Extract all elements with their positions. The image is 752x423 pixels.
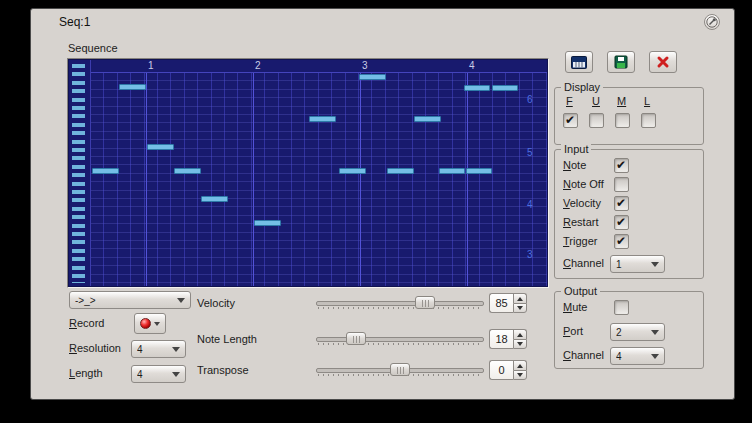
input-restart-checkbox[interactable] bbox=[614, 215, 629, 230]
note[interactable] bbox=[387, 168, 414, 174]
input-channel-combo[interactable]: 1 bbox=[610, 255, 665, 273]
input-trigger-label: Trigger bbox=[563, 235, 597, 247]
record-led-icon bbox=[140, 318, 151, 329]
input-channel-label: Channel bbox=[563, 257, 604, 269]
note[interactable] bbox=[92, 168, 119, 174]
loop-mode-combo[interactable]: ->_> bbox=[69, 291, 191, 309]
note[interactable] bbox=[414, 116, 441, 122]
window-title: Seq:1 bbox=[59, 15, 90, 29]
detach-button[interactable] bbox=[704, 14, 720, 30]
input-channel-value: 1 bbox=[616, 259, 647, 270]
delete-button[interactable] bbox=[649, 51, 677, 73]
note[interactable] bbox=[492, 85, 518, 91]
spin-up-button[interactable] bbox=[513, 360, 527, 370]
input-note-off-checkbox[interactable] bbox=[614, 177, 629, 192]
output-channel-label: Channel bbox=[563, 349, 604, 361]
note[interactable] bbox=[119, 84, 146, 90]
keyboard-icon bbox=[571, 56, 587, 69]
output-group: Output Mute Port 2 Channel 4 bbox=[554, 291, 704, 369]
chevron-down-icon bbox=[651, 330, 659, 335]
note[interactable] bbox=[147, 144, 174, 150]
display-group-title: Display bbox=[561, 81, 603, 93]
note[interactable] bbox=[309, 116, 336, 122]
velocity-value: 85 bbox=[489, 293, 513, 313]
note-length-value: 18 bbox=[489, 329, 513, 349]
input-group: Input Note Note Off Velocity Restart Tri… bbox=[554, 149, 704, 279]
note[interactable] bbox=[174, 168, 201, 174]
input-trigger-checkbox[interactable] bbox=[614, 234, 629, 249]
store-button[interactable] bbox=[607, 51, 635, 73]
piano-roll-frame: 1 2 3 4 6 5 4 3 bbox=[67, 58, 549, 288]
input-note-label: Note bbox=[563, 159, 586, 171]
note-length-slider-handle[interactable] bbox=[346, 332, 366, 345]
velocity-spinbox[interactable]: 85 bbox=[489, 293, 527, 313]
save-icon bbox=[614, 55, 628, 69]
transpose-value: 0 bbox=[489, 360, 513, 380]
spin-down-button[interactable] bbox=[513, 370, 527, 381]
input-velocity-checkbox[interactable] bbox=[614, 196, 629, 211]
loop-mode-value: ->_> bbox=[75, 295, 173, 306]
velocity-slider-handle[interactable] bbox=[415, 296, 435, 309]
display-m-checkbox[interactable] bbox=[615, 113, 630, 128]
velocity-label: Velocity bbox=[197, 297, 235, 309]
resolution-combo[interactable]: 4 bbox=[131, 340, 186, 358]
input-note-off-label: Note Off bbox=[563, 178, 604, 190]
output-channel-combo[interactable]: 4 bbox=[610, 347, 665, 365]
notes-layer bbox=[69, 60, 547, 286]
resolution-value: 4 bbox=[137, 344, 168, 355]
spin-down-button[interactable] bbox=[513, 303, 527, 314]
spin-up-button[interactable] bbox=[513, 329, 527, 339]
delete-x-icon bbox=[656, 55, 670, 69]
pin-icon bbox=[705, 15, 719, 29]
seq-window: Seq:1 Sequence 1 2 3 4 bbox=[30, 8, 735, 400]
note[interactable] bbox=[201, 196, 228, 202]
chevron-down-icon bbox=[651, 262, 659, 267]
note[interactable] bbox=[466, 168, 492, 174]
transpose-slider-handle[interactable] bbox=[390, 363, 410, 376]
note[interactable] bbox=[464, 85, 490, 91]
record-button[interactable] bbox=[134, 313, 166, 334]
titlebar: Seq:1 bbox=[31, 9, 734, 35]
spin-up-button[interactable] bbox=[513, 293, 527, 303]
note[interactable] bbox=[359, 74, 386, 80]
record-label: Record bbox=[69, 317, 104, 329]
display-group: Display F U M L bbox=[554, 87, 704, 145]
spin-down-button[interactable] bbox=[513, 339, 527, 350]
chevron-down-icon bbox=[154, 322, 160, 326]
display-col-label: U bbox=[592, 95, 600, 107]
length-combo[interactable]: 4 bbox=[131, 365, 186, 383]
keyboard-button[interactable] bbox=[565, 51, 593, 73]
piano-roll: 1 2 3 4 6 5 4 3 bbox=[68, 59, 548, 287]
input-velocity-label: Velocity bbox=[563, 197, 601, 209]
output-mute-checkbox[interactable] bbox=[614, 300, 629, 315]
note-length-spinbox[interactable]: 18 bbox=[489, 329, 527, 349]
output-mute-label: Mute bbox=[563, 301, 587, 313]
display-col-label: L bbox=[644, 95, 650, 107]
sequence-section-label: Sequence bbox=[68, 42, 118, 54]
output-group-title: Output bbox=[561, 285, 600, 297]
chevron-down-icon bbox=[177, 298, 185, 303]
length-value: 4 bbox=[137, 369, 168, 380]
chevron-down-icon bbox=[172, 372, 180, 377]
output-port-combo[interactable]: 2 bbox=[610, 323, 665, 341]
velocity-slider[interactable] bbox=[316, 295, 484, 311]
display-col-label: F bbox=[566, 95, 573, 107]
note[interactable] bbox=[254, 220, 281, 226]
output-port-label: Port bbox=[563, 325, 583, 337]
display-f-checkbox[interactable] bbox=[563, 113, 578, 128]
display-col-label: M bbox=[617, 95, 626, 107]
note-length-label: Note Length bbox=[197, 333, 257, 345]
chevron-down-icon bbox=[651, 354, 659, 359]
note[interactable] bbox=[439, 168, 465, 174]
transpose-label: Transpose bbox=[197, 364, 249, 376]
output-port-value: 2 bbox=[616, 327, 647, 338]
transpose-slider[interactable] bbox=[316, 362, 484, 378]
display-l-checkbox[interactable] bbox=[641, 113, 656, 128]
display-u-checkbox[interactable] bbox=[589, 113, 604, 128]
note-length-slider[interactable] bbox=[316, 331, 484, 347]
input-note-checkbox[interactable] bbox=[614, 158, 629, 173]
transpose-spinbox[interactable]: 0 bbox=[489, 360, 527, 380]
chevron-down-icon bbox=[172, 347, 180, 352]
note[interactable] bbox=[339, 168, 366, 174]
input-group-title: Input bbox=[561, 143, 591, 155]
